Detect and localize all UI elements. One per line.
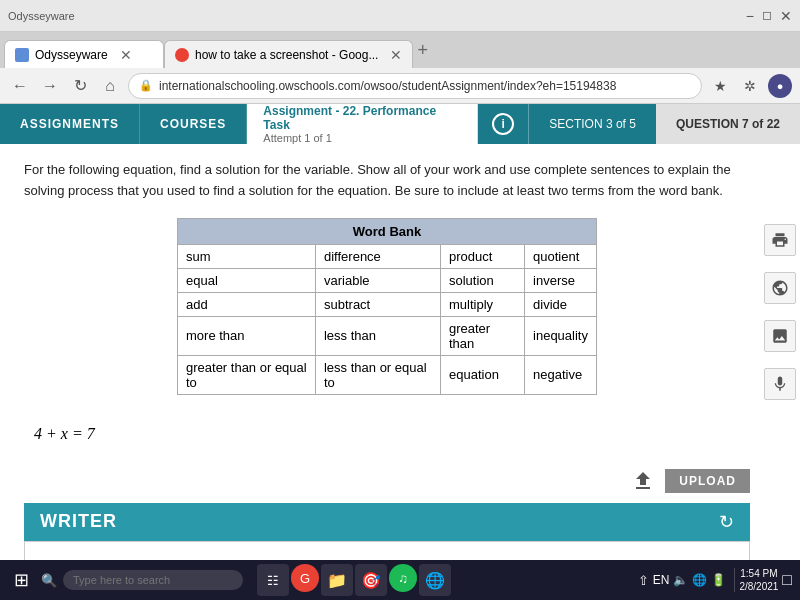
word-bank-container: Word Bank sum difference product quotien… <box>24 218 750 395</box>
time-display: 1:54 PM <box>739 567 778 580</box>
clock: 1:54 PM 2/8/2021 <box>739 567 778 593</box>
app-header: ASSIGNMENTS CouRSES Assignment - 22. Per… <box>0 104 800 144</box>
table-cell: product <box>440 244 524 268</box>
word-bank-table: Word Bank sum difference product quotien… <box>177 218 597 395</box>
table-row: greater than or equal to less than or eq… <box>178 355 597 394</box>
store-icon[interactable]: 🎯 <box>355 564 387 596</box>
right-sidebar <box>760 144 800 560</box>
reload-button[interactable]: ↻ <box>68 74 92 98</box>
date-display: 2/8/2021 <box>739 580 778 593</box>
equation-text: 4 + x = 7 <box>34 425 95 442</box>
new-tab-button[interactable]: + <box>417 40 428 61</box>
table-cell: divide <box>525 292 597 316</box>
section-indicator: SECTION 3 of 5 <box>528 104 656 144</box>
window-title: Odysseyware <box>8 10 746 22</box>
tab-google[interactable]: how to take a screenshot - Goog... ✕ <box>164 40 413 68</box>
courses-button[interactable]: CouRSES <box>140 104 247 144</box>
question-text: For the following equation, find a solut… <box>24 160 750 202</box>
assignment-label: Assignment <box>263 104 332 118</box>
writer-section: WRITER ↻ <box>24 503 750 560</box>
extension-icon[interactable]: ✲ <box>738 74 762 98</box>
table-cell: difference <box>315 244 440 268</box>
system-tray: ⇧ EN 🔈 🌐 🔋 1:54 PM 2/8/2021 □ <box>634 567 792 593</box>
image-icon[interactable] <box>764 320 796 352</box>
content-area: For the following equation, find a solut… <box>0 144 800 560</box>
writer-title: WRITER <box>40 511 117 532</box>
table-cell: less than <box>315 316 440 355</box>
table-cell: inequality <box>525 316 597 355</box>
home-button[interactable]: ⌂ <box>98 74 122 98</box>
browser-frame: Odysseyware − ◻ ✕ Odysseyware ✕ how to t… <box>0 0 800 600</box>
table-cell: less than or equal to <box>315 355 440 394</box>
lock-icon: 🔒 <box>139 79 153 92</box>
table-cell: solution <box>440 268 524 292</box>
search-icon: 🔍 <box>41 573 57 588</box>
table-cell: multiply <box>440 292 524 316</box>
table-cell: subtract <box>315 292 440 316</box>
address-bar[interactable]: 🔒 internationalschooling.owschools.com/o… <box>128 73 702 99</box>
writer-body[interactable] <box>24 541 750 560</box>
app-icon[interactable]: 🌐 <box>419 564 451 596</box>
start-button[interactable]: ⊞ <box>8 567 35 593</box>
mic-icon[interactable] <box>764 368 796 400</box>
taskview-icon[interactable]: ☷ <box>257 564 289 596</box>
minimize-button[interactable]: − <box>746 8 754 24</box>
table-cell: add <box>178 292 316 316</box>
address-text: internationalschooling.owschools.com/ows… <box>159 79 691 93</box>
title-bar: Odysseyware − ◻ ✕ <box>0 0 800 32</box>
table-cell: variable <box>315 268 440 292</box>
assignment-info: Assignment - 22. Performance Task Attemp… <box>247 104 478 144</box>
assignment-separator: - <box>335 104 342 118</box>
globe-icon[interactable] <box>764 272 796 304</box>
volume-icon[interactable]: 🔈 <box>673 573 688 587</box>
info-icon: i <box>492 113 514 135</box>
table-row: equal variable solution inverse <box>178 268 597 292</box>
files-icon[interactable]: 📁 <box>321 564 353 596</box>
word-bank-title: Word Bank <box>178 218 597 244</box>
assignments-button[interactable]: ASSIGNMENTS <box>0 104 140 144</box>
writer-header: WRITER ↻ <box>24 503 750 541</box>
google-favicon <box>175 48 189 62</box>
restore-button[interactable]: ◻ <box>762 8 772 24</box>
table-cell: equal <box>178 268 316 292</box>
upload-button[interactable]: UPLOAD <box>665 469 750 493</box>
table-cell: greater than or equal to <box>178 355 316 394</box>
writer-refresh-icon[interactable]: ↻ <box>719 511 734 533</box>
tab-bar: Odysseyware ✕ how to take a screenshot -… <box>0 32 800 68</box>
table-cell: quotient <box>525 244 597 268</box>
forward-button[interactable]: → <box>38 74 62 98</box>
taskbar: ⊞ 🔍 ☷ G 📁 🎯 ♫ 🌐 ⇧ EN 🔈 🌐 🔋 1:54 PM 2/8/2… <box>0 560 800 600</box>
odysseyware-favicon <box>15 48 29 62</box>
notifications-icon[interactable]: □ <box>782 571 792 589</box>
profile-icon[interactable]: ● <box>768 74 792 98</box>
tab-google-label: how to take a screenshot - Goog... <box>195 48 378 62</box>
network-icon[interactable]: 🌐 <box>692 573 707 587</box>
tab-odysseyware[interactable]: Odysseyware ✕ <box>4 40 164 68</box>
tab-google-close[interactable]: ✕ <box>390 47 402 63</box>
back-button[interactable]: ← <box>8 74 32 98</box>
chrome-icon[interactable]: G <box>291 564 319 592</box>
print-icon[interactable] <box>764 224 796 256</box>
attempt-text: Attempt 1 of 1 <box>263 132 461 144</box>
table-cell: sum <box>178 244 316 268</box>
taskbar-search[interactable] <box>63 570 243 590</box>
table-cell: equation <box>440 355 524 394</box>
bookmark-icon[interactable]: ★ <box>708 74 732 98</box>
keyboard-icon[interactable]: EN <box>653 573 670 587</box>
tray-up-icon[interactable]: ⇧ <box>638 573 649 588</box>
battery-icon[interactable]: 🔋 <box>711 573 726 587</box>
main-content: For the following equation, find a solut… <box>0 144 800 560</box>
pinned-apps: ☷ G 📁 🎯 ♫ 🌐 <box>257 564 451 596</box>
close-button[interactable]: ✕ <box>780 8 792 24</box>
table-row: more than less than greater than inequal… <box>178 316 597 355</box>
tray-icons: ⇧ EN 🔈 🌐 🔋 <box>634 573 731 588</box>
spotify-icon[interactable]: ♫ <box>389 564 417 592</box>
table-row: add subtract multiply divide <box>178 292 597 316</box>
tab-odysseyware-close[interactable]: ✕ <box>120 47 132 63</box>
table-row: sum difference product quotient <box>178 244 597 268</box>
upload-file-icon[interactable] <box>629 467 657 495</box>
equation-display: 4 + x = 7 <box>24 415 750 463</box>
table-cell: greater than <box>440 316 524 355</box>
table-cell: inverse <box>525 268 597 292</box>
info-button[interactable]: i <box>478 104 528 144</box>
